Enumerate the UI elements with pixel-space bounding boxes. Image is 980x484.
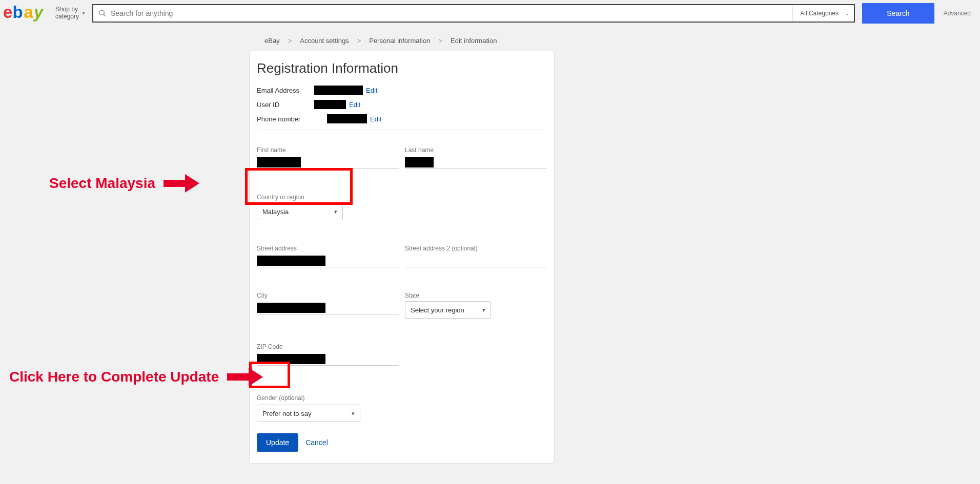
annotation-complete-update: Click Here to Complete Update	[9, 368, 263, 386]
crumb-ebay[interactable]: eBay	[264, 37, 280, 45]
breadcrumb-sep: >	[438, 37, 442, 45]
shop-by-line1: Shop by	[55, 6, 79, 13]
zip-label: ZIP Code	[257, 343, 399, 350]
first-name-label: First name	[257, 146, 399, 154]
city-field[interactable]: City	[257, 292, 399, 319]
shop-by-category[interactable]: Shop by category ▼	[53, 6, 88, 20]
country-label: Country or region	[257, 194, 399, 201]
registration-card: Registration Information Email Address E…	[249, 51, 555, 464]
country-field: Country or region Malaysia ▾	[257, 194, 399, 220]
svg-rect-8	[227, 373, 249, 381]
state-label: State	[405, 292, 547, 299]
email-row: Email Address Edit	[257, 86, 547, 95]
crumb-edit[interactable]: Edit information	[451, 37, 497, 45]
street2-label: Street address 2 (optional)	[405, 245, 547, 252]
update-button[interactable]: Update	[257, 433, 298, 452]
street-address2-field[interactable]: Street address 2 (optional)	[405, 245, 547, 267]
phone-row: Phone number Edit	[257, 114, 547, 123]
chevron-down-icon: ▼	[81, 10, 86, 16]
email-label: Email Address	[257, 87, 314, 94]
gender-label: Gender (optional)	[257, 394, 547, 402]
ebay-logo[interactable]: e b a y	[3, 4, 49, 23]
arrow-right-icon	[164, 174, 199, 193]
phone-label: Phone number	[257, 115, 314, 123]
chevron-down-icon: ▾	[352, 410, 355, 417]
street-label: Street address	[257, 245, 399, 252]
advanced-link[interactable]: Advanced	[938, 10, 976, 17]
zip-field[interactable]: ZIP Code	[257, 343, 399, 366]
svg-rect-6	[164, 180, 185, 187]
first-name-field[interactable]: First name	[257, 146, 399, 169]
redacted-value	[257, 157, 301, 167]
state-select[interactable]: Select your region ▾	[405, 301, 491, 319]
redacted-value	[257, 354, 325, 364]
svg-text:e: e	[3, 4, 12, 22]
redacted-value	[405, 157, 434, 167]
crumb-personal[interactable]: Personal information	[369, 37, 430, 45]
annotation-select-malaysia: Select Malaysia	[49, 174, 199, 193]
cancel-link[interactable]: Cancel	[305, 438, 328, 447]
svg-line-5	[104, 14, 106, 16]
breadcrumb: eBay > Account settings > Personal infor…	[0, 37, 980, 45]
redacted-value	[257, 256, 325, 266]
userid-label: User ID	[257, 101, 314, 109]
redacted-value	[314, 86, 363, 95]
svg-text:b: b	[13, 4, 23, 22]
divider	[257, 130, 547, 130]
last-name-label: Last name	[405, 146, 547, 154]
redacted-value	[314, 100, 346, 109]
redacted-value	[257, 303, 325, 313]
chevron-down-icon: ⌄	[845, 11, 849, 16]
city-label: City	[257, 292, 399, 299]
edit-phone-link[interactable]: Edit	[370, 115, 381, 123]
gender-select-value: Prefer not to say	[262, 410, 311, 417]
country-select-value: Malaysia	[262, 208, 289, 216]
gender-field: Gender (optional) Prefer not to say ▾	[257, 394, 547, 422]
chevron-down-icon: ▾	[334, 208, 337, 215]
svg-marker-7	[185, 174, 199, 193]
edit-userid-link[interactable]: Edit	[349, 101, 360, 109]
svg-text:y: y	[33, 4, 44, 22]
crumb-account[interactable]: Account settings	[300, 37, 349, 45]
edit-email-link[interactable]: Edit	[366, 87, 377, 94]
last-name-field[interactable]: Last name	[405, 146, 547, 169]
search-icon	[98, 9, 107, 17]
search-bar: All Categories ⌄	[92, 4, 855, 23]
userid-row: User ID Edit	[257, 100, 547, 109]
svg-text:a: a	[24, 4, 33, 22]
svg-point-4	[99, 10, 104, 15]
street-address-field[interactable]: Street address	[257, 245, 399, 267]
state-field: State Select your region ▾	[405, 292, 547, 319]
redacted-value	[327, 114, 367, 123]
state-select-value: Select your region	[411, 306, 464, 314]
shop-by-line2: category	[55, 13, 79, 20]
category-select[interactable]: All Categories ⌄	[792, 5, 854, 22]
chevron-down-icon: ▾	[482, 307, 485, 313]
top-header: e b a y Shop by category ▼ All Categorie…	[0, 0, 980, 25]
annotation-text: Click Here to Complete Update	[9, 369, 219, 385]
search-input[interactable]	[111, 5, 787, 22]
category-select-label: All Categories	[800, 10, 839, 17]
country-select[interactable]: Malaysia ▾	[257, 203, 343, 220]
annotation-text: Select Malaysia	[49, 175, 155, 192]
breadcrumb-sep: >	[288, 37, 292, 45]
gender-select[interactable]: Prefer not to say ▾	[257, 405, 360, 422]
page-title: Registration Information	[257, 60, 547, 76]
breadcrumb-sep: >	[357, 37, 361, 45]
search-button[interactable]: Search	[862, 3, 934, 24]
